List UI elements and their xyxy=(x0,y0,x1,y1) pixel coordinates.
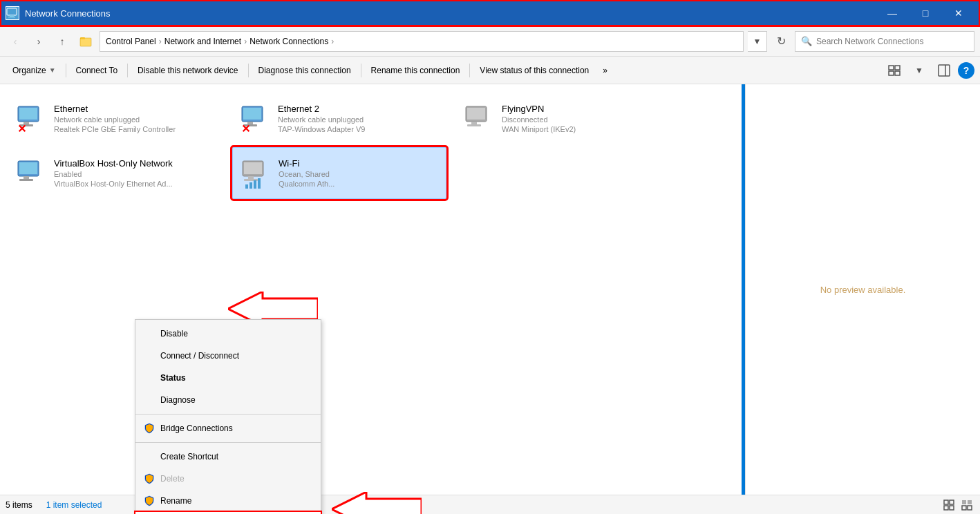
title-bar-left: Network Connections xyxy=(6,6,111,20)
organize-label: Organize xyxy=(12,66,46,75)
svg-text:✕: ✕ xyxy=(241,123,250,135)
ethernet-icon: ✕ xyxy=(14,102,47,135)
organize-arrow: ▼ xyxy=(49,66,56,74)
flyingvpn-adapter: WAN Miniport (IKEv2) xyxy=(502,125,576,133)
svg-rect-34 xyxy=(245,184,248,189)
organize-button[interactable]: Organize ▼ xyxy=(6,57,63,84)
toolbar-separator-1 xyxy=(66,64,66,77)
selected-count: 1 item selected xyxy=(46,500,102,510)
connect-to-button[interactable]: Connect To xyxy=(69,57,125,84)
svg-text:✕: ✕ xyxy=(17,123,26,135)
scroll-accent xyxy=(742,84,745,495)
window-title: Network Connections xyxy=(25,8,111,19)
status-grid-view[interactable] xyxy=(941,497,957,513)
rename-button[interactable]: Rename this connection xyxy=(364,57,467,84)
ctx-bridge-shield-icon xyxy=(142,421,156,435)
close-button[interactable]: ✕ xyxy=(943,0,974,26)
svg-rect-35 xyxy=(249,182,252,189)
ctx-connect-disconnect[interactable]: Connect / Disconnect xyxy=(135,345,321,367)
flyingvpn-name: FlyingVPN xyxy=(502,104,576,114)
up-button[interactable]: ↑ xyxy=(53,32,72,51)
window-controls: — □ ✕ xyxy=(876,0,974,26)
ethernet-status: Network cable unplugged xyxy=(54,115,176,124)
wifi-status: Ocean, Shared xyxy=(279,170,334,178)
ethernet-adapter: Realtek PCIe GbE Family Controller xyxy=(54,125,176,133)
preview-pane-button[interactable] xyxy=(933,59,955,82)
ctx-rename[interactable]: Rename xyxy=(135,490,321,512)
status-list-view[interactable] xyxy=(959,497,974,513)
svg-rect-8 xyxy=(889,71,894,75)
ethernet2-item[interactable]: ✕ Ethernet 2 Network cable unplugged TAP… xyxy=(232,93,453,144)
preview-text: No preview available. xyxy=(820,285,906,295)
svg-rect-42 xyxy=(944,506,948,510)
search-box: 🔍 xyxy=(795,31,974,52)
forward-button[interactable]: › xyxy=(29,32,48,51)
address-bar: ‹ › ↑ Control Panel › Network and Intern… xyxy=(0,26,980,57)
ctx-delete[interactable]: Delete xyxy=(135,468,321,490)
more-label: » xyxy=(603,66,607,75)
toolbar-separator-5 xyxy=(469,64,470,77)
search-input[interactable] xyxy=(816,37,968,46)
ctx-bridge[interactable]: Bridge Connections xyxy=(135,417,321,439)
svg-rect-2 xyxy=(8,17,15,18)
path-control-panel[interactable]: Control Panel xyxy=(106,37,156,46)
view-status-button[interactable]: View status of this connection xyxy=(473,57,596,84)
maximize-button[interactable]: □ xyxy=(910,0,941,26)
app-icon xyxy=(6,6,19,20)
ctx-delete-shield-icon xyxy=(142,472,156,486)
svg-rect-28 xyxy=(23,176,29,179)
svg-rect-32 xyxy=(248,176,254,179)
path-network-connections[interactable]: Network Connections xyxy=(249,37,328,46)
svg-rect-9 xyxy=(895,71,900,75)
wifi-item[interactable]: Wi-Fi Ocean, Shared Qualcomm Ath... xyxy=(232,147,446,199)
file-pane: ✕ Ethernet Network cable unplugged Realt… xyxy=(0,84,745,495)
flyingvpn-status: Disconnected xyxy=(502,115,576,124)
ethernet-name: Ethernet xyxy=(54,104,176,114)
view-options-button[interactable] xyxy=(883,59,905,82)
svg-rect-24 xyxy=(471,122,477,124)
svg-rect-41 xyxy=(950,500,954,504)
flyingvpn-info: FlyingVPN Disconnected WAN Miniport (IKE… xyxy=(502,104,576,133)
ctx-status-label: Status xyxy=(160,373,186,383)
ctx-connect-disconnect-label: Connect / Disconnect xyxy=(160,351,239,361)
help-button[interactable]: ? xyxy=(958,62,974,79)
ctx-disable[interactable]: Disable xyxy=(135,323,321,345)
disable-device-label: Disable this network device xyxy=(138,66,238,75)
refresh-button[interactable]: ↻ xyxy=(771,32,791,51)
address-dropdown[interactable]: ▼ xyxy=(748,31,767,52)
minimize-button[interactable]: — xyxy=(876,0,908,26)
ctx-status[interactable]: Status xyxy=(135,367,321,389)
virtualbox-status: Enabled xyxy=(54,170,173,178)
rename-label: Rename this connection xyxy=(371,66,460,75)
flyingvpn-item[interactable]: FlyingVPN Disconnected WAN Miniport (IKE… xyxy=(456,93,677,144)
svg-rect-43 xyxy=(950,506,954,510)
virtualbox-name: VirtualBox Host-Only Network xyxy=(54,158,173,169)
diagnose-button[interactable]: Diagnose this connection xyxy=(252,57,358,84)
virtualbox-item[interactable]: VirtualBox Host-Only Network Enabled Vir… xyxy=(8,147,229,199)
svg-rect-37 xyxy=(258,178,261,189)
svg-rect-40 xyxy=(944,500,948,504)
view-dropdown-button[interactable]: ▼ xyxy=(908,59,930,82)
ethernet2-status: Network cable unplugged xyxy=(278,115,365,124)
diagnose-label: Diagnose this connection xyxy=(258,66,351,75)
ctx-delete-label: Delete xyxy=(160,474,185,484)
ethernet2-adapter: TAP-Windows Adapter V9 xyxy=(278,125,365,133)
ctx-rename-shield-icon xyxy=(142,494,156,508)
ctx-diagnose[interactable]: Diagnose xyxy=(135,389,321,411)
ctx-rename-label: Rename xyxy=(160,496,191,506)
ctx-shortcut-label: Create Shortcut xyxy=(160,452,218,461)
items-count: 5 items xyxy=(6,500,32,510)
connect-to-label: Connect To xyxy=(76,66,118,75)
svg-rect-4 xyxy=(80,37,85,39)
ethernet-item[interactable]: ✕ Ethernet Network cable unplugged Realt… xyxy=(8,93,229,144)
path-network-internet[interactable]: Network and Internet xyxy=(164,37,241,46)
disable-device-button[interactable]: Disable this network device xyxy=(131,57,245,84)
address-path[interactable]: Control Panel › Network and Internet › N… xyxy=(100,31,744,52)
ctx-separator-2 xyxy=(135,442,321,443)
svg-rect-47 xyxy=(968,506,972,510)
ethernet2-icon: ✕ xyxy=(238,102,271,135)
toolbar-right: ▼ ? xyxy=(883,59,974,82)
ctx-shortcut[interactable]: Create Shortcut xyxy=(135,446,321,468)
back-button[interactable]: ‹ xyxy=(6,32,25,51)
more-button[interactable]: » xyxy=(596,57,614,84)
